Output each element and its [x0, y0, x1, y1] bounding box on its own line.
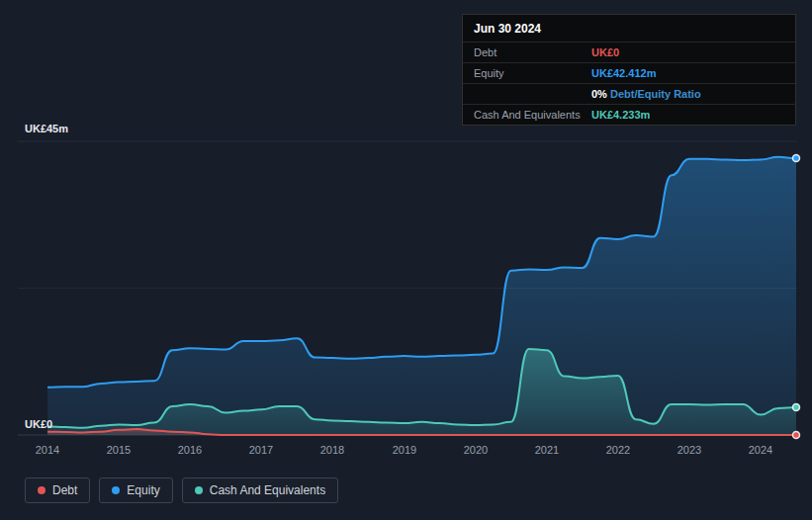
tooltip-debt-label: Debt — [474, 46, 591, 58]
ratio-percent: 0% — [591, 88, 607, 100]
x-tick-label: 2022 — [596, 444, 640, 456]
tooltip-equity-label: Equity — [474, 67, 591, 79]
y-axis-max-label: UK£45m — [25, 123, 68, 134]
equity-area — [47, 157, 796, 435]
tooltip-cash-value: UK£4.233m — [591, 109, 650, 121]
legend-item-equity[interactable]: Equity — [99, 477, 172, 503]
x-tick-label: 2015 — [97, 444, 140, 456]
legend-label-debt: Debt — [52, 483, 77, 497]
debt-color-dot — [38, 486, 45, 494]
legend-label-cash: Cash And Equivalents — [210, 483, 325, 497]
legend-item-debt[interactable]: Debt — [25, 477, 90, 503]
x-axis: 2014201520162017201820192020202120222023… — [0, 444, 812, 460]
tooltip-equity-row: Equity UK£42.412m — [463, 62, 795, 83]
tooltip-equity-value: UK£42.412m — [591, 67, 656, 79]
tooltip-ratio-value: 0% Debt/Equity Ratio — [591, 88, 701, 100]
chart-tooltip: Jun 30 2024 Debt UK£0 Equity UK£42.412m … — [462, 14, 796, 126]
equity-end-marker[interactable] — [793, 155, 800, 162]
x-tick-label: 2020 — [454, 444, 497, 456]
tooltip-cash-row: Cash And Equivalents UK£4.233m — [463, 104, 795, 125]
y-axis-min-label: UK£0 — [25, 418, 52, 430]
x-tick-label: 2019 — [383, 444, 426, 456]
x-tick-label: 2016 — [168, 444, 212, 456]
legend: Debt Equity Cash And Equivalents — [25, 477, 338, 503]
x-tick-label: 2017 — [239, 444, 283, 456]
debt-end-marker[interactable] — [793, 432, 800, 439]
cash-and-equivalents-end-marker[interactable] — [793, 404, 800, 411]
x-tick-label: 2024 — [739, 444, 782, 456]
tooltip-debt-row: Debt UK£0 — [463, 42, 795, 62]
tooltip-debt-value: UK£0 — [591, 46, 619, 58]
x-tick-label: 2014 — [26, 444, 69, 456]
chart-panel: UK£45m UK£0 2014201520162017201820192020… — [0, 0, 812, 520]
legend-item-cash[interactable]: Cash And Equivalents — [182, 477, 338, 503]
tooltip-date: Jun 30 2024 — [463, 15, 795, 42]
cash-color-dot — [195, 486, 203, 494]
tooltip-cash-label: Cash And Equivalents — [474, 109, 591, 121]
x-tick-label: 2023 — [668, 444, 711, 456]
ratio-label: Debt/Equity Ratio — [610, 88, 701, 100]
x-tick-label: 2021 — [525, 444, 569, 456]
x-tick-label: 2018 — [311, 444, 354, 456]
legend-label-equity: Equity — [127, 483, 159, 497]
equity-color-dot — [112, 486, 120, 494]
tooltip-ratio-row: 0% Debt/Equity Ratio — [463, 83, 795, 104]
